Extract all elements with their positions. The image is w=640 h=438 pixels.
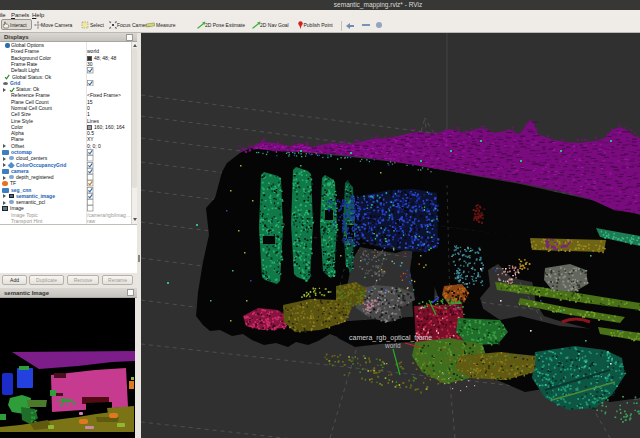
svg-text:camera_rgb_optical_frame: camera_rgb_optical_frame xyxy=(349,334,432,342)
svg-text:world: world xyxy=(384,342,401,349)
